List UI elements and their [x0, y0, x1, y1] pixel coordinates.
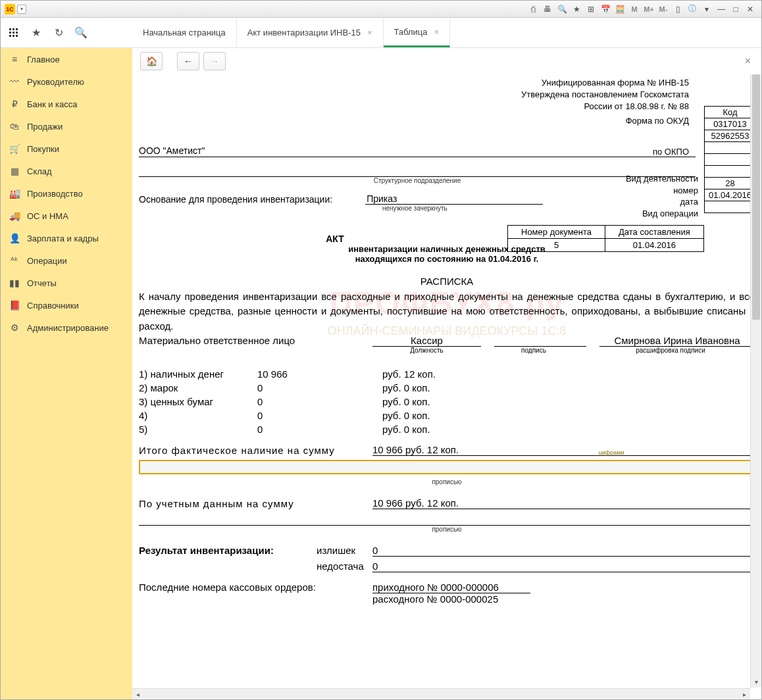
sidebar-item-manager[interactable]: 〰Руководителю	[1, 70, 132, 93]
minimize-button[interactable]: —	[714, 3, 728, 15]
scroll-down-icon[interactable]: ▾	[751, 676, 761, 688]
tab-table[interactable]: Таблица×	[384, 18, 451, 47]
cash-row: 4)0руб. 0 коп.	[139, 409, 755, 422]
sidebar-item-bank[interactable]: ₽Банк и касса	[1, 93, 132, 115]
strike-note: ненужное зачеркнуть	[382, 205, 560, 212]
print-icon[interactable]: 🖶	[542, 3, 553, 15]
cash-row: 1) наличных денег10 966руб. 12 коп.	[139, 367, 755, 381]
vertical-scrollbar[interactable]: ▴ ▾	[750, 74, 761, 688]
app-icon: 1С	[5, 4, 15, 14]
sidebar-item-label: ОС и НМА	[27, 211, 68, 221]
struct-label: Структурное подразделение	[139, 177, 696, 184]
tabbar: ★ ↻ 🔍 Начальная страница Акт инвентариза…	[1, 18, 761, 48]
result-shortage-row: недостача 0	[139, 561, 755, 572]
search-icon[interactable]: 🔍	[74, 26, 88, 39]
sidebar-item-assets[interactable]: 🚚ОС и НМА	[1, 205, 132, 227]
home-button[interactable]: 🏠	[140, 52, 163, 70]
search-doc-icon[interactable]: 🔍	[556, 3, 568, 15]
close-tab-button[interactable]: ×	[742, 53, 753, 70]
ruble-icon: ₽	[9, 99, 20, 109]
history-icon[interactable]: ↻	[52, 26, 65, 39]
sidebar-item-warehouse[interactable]: ▦Склад	[1, 160, 132, 182]
favorite-icon[interactable]: ★	[571, 3, 582, 15]
maximize-button[interactable]: □	[728, 3, 743, 15]
tab-home[interactable]: Начальная страница	[132, 18, 237, 47]
info-dropdown-icon[interactable]: ▾	[701, 3, 713, 15]
memory-mminus-icon[interactable]: M-	[657, 3, 669, 15]
layout-icon[interactable]: ▯	[672, 3, 684, 15]
propis-label: прописью	[139, 478, 755, 486]
basis-row: Основание для проведения инвентаризации:…	[139, 193, 663, 205]
sidebar-item-operations[interactable]: ᴬᵏОперации	[1, 249, 132, 272]
scroll-thumb[interactable]	[752, 74, 760, 320]
okpo-label: по ОКПО	[139, 147, 689, 157]
book-row: По учетным данным на сумму 10 966 руб. 1…	[139, 496, 755, 511]
cash-row: 2) марок0руб. 0 коп.	[139, 381, 755, 395]
horizontal-scrollbar[interactable]: ◂ ▸	[132, 688, 750, 699]
scroll-right-icon[interactable]: ▸	[739, 689, 750, 699]
sidebar-item-label: Зарплата и кадры	[27, 234, 99, 243]
propis-label-2: прописью	[139, 526, 755, 533]
mol-sub: Должность подпись расшифровка подписи	[139, 347, 755, 354]
orders-income-row: Последние номера кассовых ордеров: прихо…	[139, 582, 755, 593]
cash-rows: 1) наличных денег10 966руб. 12 коп. 2) м…	[139, 367, 755, 436]
bag-icon: 🛍	[9, 121, 20, 132]
result-surplus-row: Результат инвентаризации: излишек 0	[139, 545, 755, 557]
tab-label: Начальная страница	[143, 28, 226, 38]
sidebar-item-purchases[interactable]: 🛒Покупки	[1, 138, 132, 160]
tab-act-inv15[interactable]: Акт инвентаризации ИНВ-15×	[237, 18, 384, 47]
sidebar-item-label: Отчеты	[27, 278, 57, 288]
sidebar-item-label: Главное	[27, 55, 60, 64]
tab-close-icon[interactable]: ×	[434, 27, 440, 37]
star-icon[interactable]: ★	[30, 26, 43, 39]
sidebar-item-salary[interactable]: 👤Зарплата и кадры	[1, 227, 132, 249]
info-icon[interactable]: ⓘ	[686, 3, 698, 15]
print-preview-icon[interactable]: ⎙	[527, 3, 539, 15]
sidebar-item-catalogs[interactable]: 📕Справочники	[1, 294, 132, 316]
apps-grid-icon[interactable]	[7, 26, 20, 39]
sidebar-item-label: Банк и касса	[27, 99, 78, 109]
act-sub2: находящихся по состоянию на 01.04.2016 г…	[139, 254, 755, 264]
orders-expense-row: расходного № 0000-000025	[139, 593, 755, 605]
mol-row: Материально ответственное лицо Кассир См…	[139, 335, 755, 347]
cash-row: 3) ценных бумаг0руб. 0 коп.	[139, 395, 755, 409]
menu-icon: ≡	[9, 54, 20, 64]
bars-icon: ▮▮	[9, 278, 20, 288]
cart-icon: 🛒	[9, 143, 20, 154]
sidebar-item-admin[interactable]: ⚙Администрирование	[1, 316, 132, 339]
memory-mplus-icon[interactable]: M+	[643, 3, 655, 15]
total-fact-row: Итого фактическое наличие на сумму 10 96…	[139, 443, 755, 457]
sidebar-item-reports[interactable]: ▮▮Отчеты	[1, 272, 132, 294]
tab-close-icon[interactable]: ×	[367, 28, 372, 38]
sidebar-item-sales[interactable]: 🛍Продажи	[1, 115, 132, 138]
back-button[interactable]: ←	[177, 52, 199, 70]
sidebar: ≡Главное 〰Руководителю ₽Банк и касса 🛍Пр…	[1, 48, 132, 699]
memory-m-icon[interactable]: M	[628, 3, 640, 15]
sidebar-item-label: Склад	[27, 166, 52, 176]
app-menu-dropdown[interactable]: ▾	[17, 5, 26, 14]
factory-icon: 🏭	[9, 188, 20, 199]
forward-button[interactable]: →	[203, 52, 226, 70]
tab-label: Акт инвентаризации ИНВ-15	[247, 28, 361, 38]
document-area[interactable]: ПРОФБУХ8.ру ОНЛАЙН-СЕМИНАРЫ ВИДЕОКУРСЫ 1…	[132, 74, 761, 611]
panel-icon[interactable]: ⊞	[585, 3, 597, 15]
truck-icon: 🚚	[9, 211, 20, 221]
code-table: Код 0317013 52962553 28 01.04.2016	[704, 106, 756, 213]
tab-label: Таблица	[394, 27, 428, 37]
cash-row: 5)0руб. 0 коп.	[139, 422, 755, 436]
close-window-button[interactable]: ✕	[743, 3, 757, 15]
raspiska-title: РАСПИСКА	[139, 276, 755, 287]
titlebar: 1С ▾ ⎙ 🖶 🔍 ★ ⊞ 📅 🧮 M M+ M- ▯ ⓘ ▾ — □ ✕	[1, 1, 761, 18]
calculator-icon[interactable]: 🧮	[614, 3, 626, 15]
person-icon: 👤	[9, 233, 20, 243]
sidebar-item-production[interactable]: 🏭Производство	[1, 182, 132, 205]
book-icon: 📕	[9, 300, 20, 311]
sidebar-item-label: Справочники	[27, 301, 79, 311]
form-header: Унифицированная форма № ИНВ-15 Утвержден…	[139, 77, 689, 113]
calendar-icon[interactable]: 📅	[599, 3, 611, 15]
scroll-left-icon[interactable]: ◂	[132, 689, 143, 699]
sidebar-item-main[interactable]: ≡Главное	[1, 48, 132, 70]
selected-cell[interactable]	[139, 460, 755, 474]
act-title: АКТ	[139, 234, 531, 244]
sidebar-item-label: Руководителю	[27, 77, 84, 87]
